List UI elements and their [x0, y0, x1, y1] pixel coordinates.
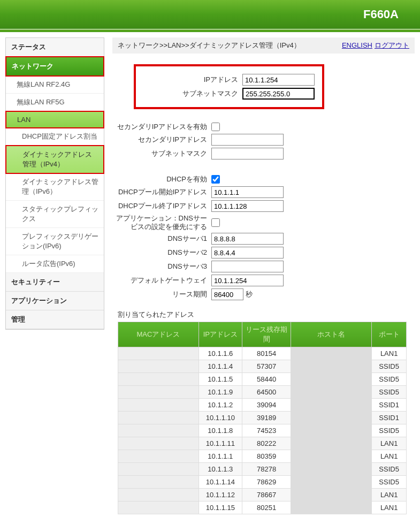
- cell-port: LAN1: [372, 501, 407, 514]
- cell-port: SSID5: [372, 463, 407, 476]
- table-row: 10.1.1.680154LAN1: [118, 347, 407, 360]
- mask-label: サブネットマスク: [143, 89, 242, 98]
- cell-port: LAN1: [372, 450, 407, 463]
- ip-label: IPアドレス: [143, 75, 242, 85]
- cell-lease: 78278: [242, 463, 291, 476]
- ip-input[interactable]: [242, 74, 315, 86]
- cell-host: [291, 399, 372, 412]
- cell-lease: 39094: [242, 399, 291, 412]
- table-row: 10.1.1.378278SSID5: [118, 463, 407, 476]
- header: F660A: [0, 0, 420, 29]
- cell-ip: 10.1.1.10: [198, 412, 242, 424]
- table-row: 10.1.1.1039189SSID1: [118, 412, 407, 424]
- cell-mac: [118, 437, 199, 450]
- cell-ip: 10.1.1.9: [198, 386, 242, 399]
- lease-input[interactable]: [211, 288, 243, 300]
- content: ネットワーク>>LAN>>ダイナミックアドレス管理（IPv4） ENGLISHロ…: [112, 37, 415, 514]
- dns1-input[interactable]: [211, 233, 284, 245]
- sidebar-item-admin[interactable]: 管理: [6, 310, 104, 329]
- cell-host: [291, 347, 372, 360]
- dns2-input[interactable]: [211, 247, 284, 258]
- gw-input[interactable]: [211, 275, 284, 286]
- mask-input[interactable]: [242, 88, 315, 100]
- cell-ip: 10.1.1.8: [198, 424, 242, 437]
- th-lease: リース残存期間: [242, 322, 291, 347]
- pool-start-label: DHCPプール開始IPアドレス: [112, 187, 211, 197]
- th-mac: MACアドレス: [118, 322, 199, 347]
- sidebar-item-dyn-ipv4[interactable]: ダイナミックアドレス管理（IPv4）: [5, 145, 104, 174]
- logout-link[interactable]: ログアウト: [375, 41, 409, 49]
- cell-port: LAN1: [372, 347, 407, 360]
- pool-end-input[interactable]: [211, 200, 284, 212]
- pool-end-label: DHCPプール終了IPアドレス: [112, 201, 211, 211]
- sidebar-item-wlan24[interactable]: 無線LAN RF2.4G: [6, 76, 104, 94]
- sidebar-item-application[interactable]: アプリケーション: [6, 292, 104, 310]
- cell-host: [291, 476, 372, 489]
- table-row: 10.1.1.874523SSID5: [118, 424, 407, 437]
- cell-host: [291, 437, 372, 450]
- sidebar-item-status[interactable]: ステータス: [6, 38, 104, 57]
- cell-host: [291, 463, 372, 476]
- table-row: 10.1.1.1180222LAN1: [118, 437, 407, 450]
- cell-host: [291, 412, 372, 424]
- cell-mac: [118, 476, 199, 489]
- cell-port: SSID1: [372, 399, 407, 412]
- sidebar-item-static-prefix[interactable]: スタティックプレフィックス: [6, 201, 104, 228]
- cell-port: SSID5: [372, 386, 407, 399]
- table-row: 10.1.1.1278667LAN1: [118, 489, 407, 501]
- table-row: 10.1.1.180359LAN1: [118, 450, 407, 463]
- sidebar-item-lan[interactable]: LAN: [5, 111, 104, 128]
- cell-host: [291, 489, 372, 501]
- dns1-label: DNSサーバ1: [112, 234, 211, 244]
- sidebar: ステータス ネットワーク 無線LAN RF2.4G 無線LAN RF5G LAN…: [5, 37, 104, 330]
- cell-ip: 10.1.1.4: [198, 360, 242, 373]
- th-host: ホスト名: [291, 322, 372, 347]
- cell-mac: [118, 424, 199, 437]
- cell-ip: 10.1.1.6: [198, 347, 242, 360]
- cell-ip: 10.1.1.11: [198, 437, 242, 450]
- sidebar-item-dyn-ipv6[interactable]: ダイナミックアドレス管理（IPv6）: [6, 173, 104, 201]
- table-row: 10.1.1.239094SSID1: [118, 399, 407, 412]
- table-row: 10.1.1.964500SSID5: [118, 386, 407, 399]
- app-dns-checkbox[interactable]: [211, 218, 220, 227]
- sidebar-item-dhcp-fixed[interactable]: DHCP固定アドレス割当: [6, 128, 104, 146]
- sec-ip-input[interactable]: [211, 134, 284, 146]
- cell-ip: 10.1.1.14: [198, 476, 242, 489]
- primary-ip-group: IPアドレス サブネットマスク: [134, 64, 324, 109]
- breadcrumb: ネットワーク>>LAN>>ダイナミックアドレス管理（IPv4） ENGLISHロ…: [112, 37, 415, 54]
- cell-mac: [118, 386, 199, 399]
- cell-lease: 80359: [242, 450, 291, 463]
- cell-lease: 39189: [242, 412, 291, 424]
- cell-host: [291, 501, 372, 514]
- model-label: F660A: [363, 7, 399, 21]
- cell-lease: 64500: [242, 386, 291, 399]
- sec-mask-input[interactable]: [211, 148, 284, 159]
- cell-port: SSID5: [372, 476, 407, 489]
- sidebar-item-security[interactable]: セキュリティー: [6, 273, 104, 292]
- cell-ip: 10.1.1.2: [198, 399, 242, 412]
- cell-lease: 80251: [242, 501, 291, 514]
- cell-host: [291, 450, 372, 463]
- cell-mac: [118, 347, 199, 360]
- cell-lease: 80154: [242, 347, 291, 360]
- sidebar-item-wlan5[interactable]: 無線LAN RF5G: [6, 94, 104, 111]
- sidebar-item-network[interactable]: ネットワーク: [5, 56, 104, 77]
- breadcrumb-text: ネットワーク>>LAN>>ダイナミックアドレス管理（IPv4）: [118, 41, 301, 50]
- dhcp-enable-label: DHCPを有効: [112, 174, 211, 184]
- app-dns-label: アプリケーション：DNSサービスの設定を優先にする: [112, 214, 211, 231]
- sec-enable-checkbox[interactable]: [211, 123, 220, 131]
- gw-label: デフォルトゲートウェイ: [112, 276, 211, 285]
- sidebar-item-prefix-deleg[interactable]: プレフィックスデリゲーション(IPv6): [6, 228, 104, 255]
- english-link[interactable]: ENGLISH: [342, 41, 372, 49]
- dhcp-enable-checkbox[interactable]: [211, 175, 220, 184]
- cell-ip: 10.1.1.5: [198, 373, 242, 386]
- table-row: 10.1.1.1580251LAN1: [118, 501, 407, 514]
- cell-lease: 74523: [242, 424, 291, 437]
- alloc-title: 割り当てられたアドレス: [118, 310, 415, 320]
- dns2-label: DNSサーバ2: [112, 248, 211, 257]
- sec-ip-label: セカンダリIPアドレス: [112, 135, 211, 145]
- pool-start-input[interactable]: [211, 186, 284, 198]
- sidebar-item-ra[interactable]: ルータ広告(IPv6): [6, 255, 104, 273]
- cell-lease: 58440: [242, 373, 291, 386]
- dns3-input[interactable]: [211, 261, 284, 272]
